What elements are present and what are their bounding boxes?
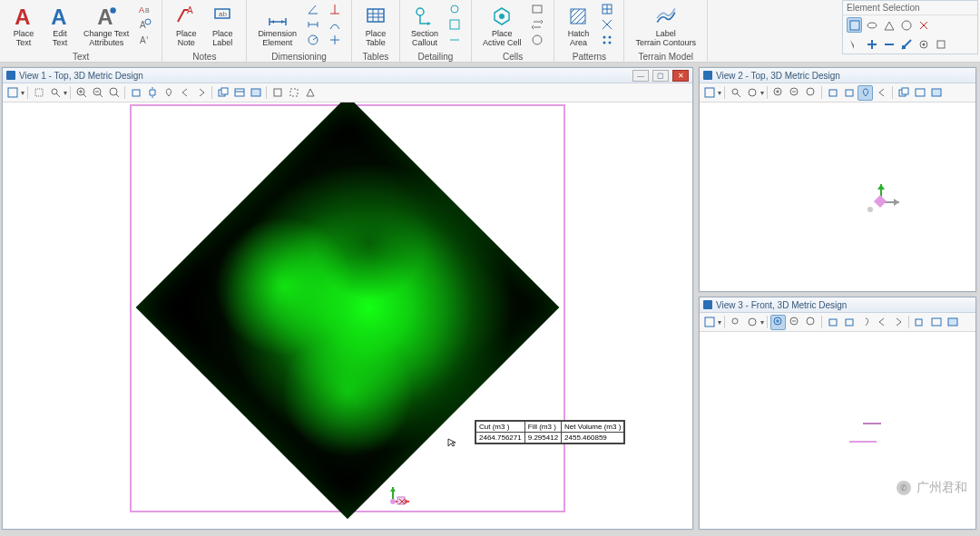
pattern-1-button[interactable]	[598, 2, 616, 16]
zoom-in-button[interactable]	[770, 85, 786, 101]
text-style-3-button[interactable]: A¹	[136, 33, 154, 47]
view-next-button[interactable]	[890, 315, 906, 330]
place-table-button[interactable]: PlaceTable	[359, 2, 392, 50]
view-prev-button[interactable]	[177, 85, 192, 101]
cell-define-button[interactable]	[528, 33, 546, 47]
view-display-button[interactable]	[912, 85, 927, 101]
zoom-extents-button[interactable]	[803, 315, 818, 330]
place-text-button[interactable]: A PlaceText	[7, 2, 40, 50]
dim-angle-button[interactable]	[304, 2, 322, 16]
rotate-view-button[interactable]	[825, 85, 840, 101]
ribbon-label: LabelTerrain Contours	[635, 30, 696, 48]
zoom-out-button[interactable]	[787, 315, 802, 330]
view-3-canvas[interactable]	[700, 332, 975, 529]
dim-center-button[interactable]	[326, 33, 344, 47]
view-icon	[6, 71, 15, 80]
cell-lib-button[interactable]	[528, 2, 546, 16]
view-2-titlebar[interactable]: View 2 - Top, 3D Metric Design	[700, 68, 975, 83]
view-levels-button[interactable]	[928, 85, 944, 101]
zoom-extents-button[interactable]	[803, 85, 818, 101]
svg-rect-46	[290, 89, 298, 96]
zoom-out-button[interactable]	[90, 85, 105, 101]
view-display-button[interactable]	[928, 315, 944, 330]
es-mode-5-button[interactable]	[916, 17, 931, 33]
view-display-button[interactable]	[231, 85, 247, 101]
close-button[interactable]: ✕	[672, 70, 689, 82]
walk-button[interactable]	[858, 85, 873, 101]
view-attr-button[interactable]	[701, 85, 717, 101]
pan-view-button[interactable]	[144, 85, 160, 101]
zoom-in-button[interactable]	[74, 85, 89, 101]
pan-view-button[interactable]	[841, 85, 857, 101]
detail3-icon	[448, 34, 461, 46]
dim-ord-button[interactable]	[326, 2, 344, 16]
es-opt-5-button[interactable]	[916, 36, 931, 52]
view-1-titlebar[interactable]: View 1 - Top, 3D Metric Design — ▢ ✕	[3, 68, 692, 83]
view-prev-button[interactable]	[874, 315, 889, 330]
view-next-button[interactable]	[193, 85, 209, 101]
view-attr-button[interactable]	[5, 85, 20, 101]
detail-2-button[interactable]	[446, 17, 464, 32]
es-mode-2-button[interactable]	[864, 17, 879, 33]
view-levels-button[interactable]	[945, 315, 960, 330]
zoom-window-button[interactable]	[31, 85, 46, 101]
view-perspective-button[interactable]	[302, 85, 318, 101]
text-style-1-button[interactable]: AB	[136, 2, 154, 16]
pan-view-button[interactable]	[841, 315, 857, 330]
place-note-button[interactable]: A PlaceNote	[170, 2, 202, 50]
display-style-button[interactable]	[744, 315, 760, 330]
fit-view-button[interactable]	[728, 85, 743, 101]
es-mode-4-button[interactable]	[898, 17, 914, 33]
rotate-view-button[interactable]	[128, 85, 143, 101]
clip-mask-button[interactable]	[286, 85, 301, 101]
maximize-button[interactable]: ▢	[652, 70, 669, 82]
es-opt-2-button[interactable]	[864, 36, 879, 52]
minimize-button[interactable]: —	[632, 70, 649, 82]
zoom-extents-button[interactable]	[106, 85, 122, 101]
change-text-attributes-button[interactable]: A Change TextAttributes	[80, 2, 132, 50]
dim-linear-button[interactable]	[304, 17, 322, 32]
es-opt-3-button[interactable]	[881, 36, 897, 52]
dim-arc-button[interactable]	[326, 17, 344, 32]
copy-view-button[interactable]	[896, 85, 911, 101]
cell-define-icon	[531, 34, 544, 46]
place-label-button[interactable]: ab PlaceLabel	[206, 2, 239, 50]
dimension-element-button[interactable]: DimensionElement	[254, 2, 300, 50]
walk-button[interactable]	[161, 85, 176, 101]
view-prev-button[interactable]	[874, 85, 889, 101]
cell-replace-button[interactable]	[528, 17, 546, 32]
view-attr-button[interactable]	[701, 315, 717, 330]
fit-view-button[interactable]	[728, 315, 743, 330]
view-2-canvas[interactable]	[700, 102, 975, 291]
fit-view-button[interactable]	[47, 85, 63, 101]
es-opt-6-button[interactable]	[933, 36, 948, 52]
display-style-button[interactable]	[744, 85, 760, 101]
es-opt-1-button[interactable]	[847, 36, 862, 52]
copy-view-button[interactable]	[215, 85, 230, 101]
pattern-2-button[interactable]	[598, 17, 616, 32]
clip-volume-button[interactable]	[270, 85, 285, 101]
zoom-out-button[interactable]	[787, 85, 802, 101]
text-style-2-button[interactable]: A	[136, 17, 154, 32]
place-active-cell-button[interactable]: PlaceActive Cell	[479, 2, 525, 50]
axis-triad[interactable]	[382, 482, 418, 509]
pattern-3-button[interactable]	[598, 33, 616, 47]
view-1-canvas[interactable]: Cut (m3 ) Fill (m3 ) Net Volume (m3 ) 24…	[3, 102, 692, 529]
zoom-in-button[interactable]	[770, 315, 786, 330]
es-mode-1-button[interactable]	[847, 17, 862, 33]
es-opt-4-button[interactable]	[898, 36, 914, 52]
view-3-titlebar[interactable]: View 3 - Front, 3D Metric Design	[700, 297, 975, 313]
label-terrain-contours-button[interactable]: LabelTerrain Contours	[632, 2, 700, 50]
axis-triad[interactable]	[863, 175, 908, 220]
detail-3-button[interactable]	[446, 33, 464, 47]
view-levels-button[interactable]	[248, 85, 263, 101]
walk-button[interactable]	[858, 315, 873, 330]
dim-radial-button[interactable]	[304, 33, 322, 47]
edit-text-button[interactable]: A EditText	[44, 2, 76, 50]
section-callout-button[interactable]: SectionCallout	[407, 2, 442, 50]
es-mode-3-button[interactable]	[881, 17, 897, 33]
copy-view-button[interactable]	[912, 315, 927, 330]
hatch-area-button[interactable]: HatchArea	[562, 2, 594, 50]
detail-1-button[interactable]	[446, 2, 464, 16]
rotate-view-button[interactable]	[825, 315, 840, 330]
